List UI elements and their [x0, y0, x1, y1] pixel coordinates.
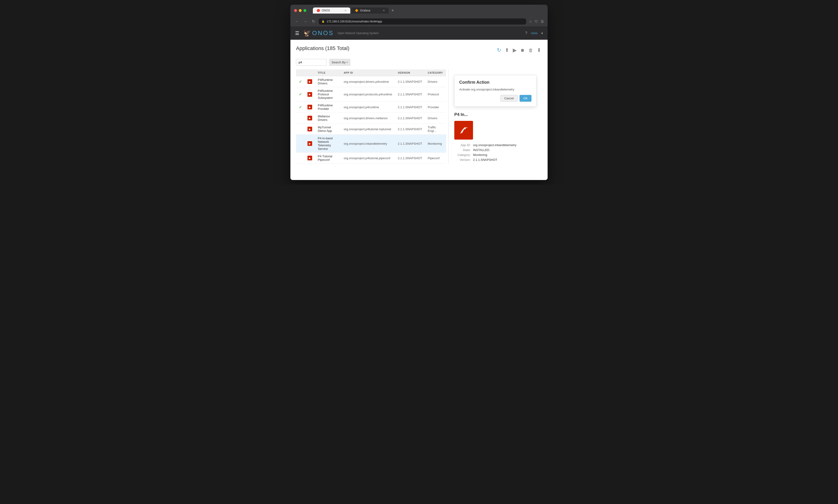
refresh-apps-button[interactable]: ↻	[496, 46, 502, 54]
app-content: ☰ 🦅 ONOS Open Network Operating System ?…	[290, 26, 548, 180]
table-row[interactable]: ▶ MyTunnel Demo App org.onosproject.p4tu…	[296, 124, 446, 134]
back-button[interactable]: ←	[294, 18, 300, 24]
search-input[interactable]	[296, 59, 326, 66]
row-active-1: ✓	[296, 87, 305, 102]
user-menu[interactable]: onos	[531, 31, 537, 35]
detail-app-title: P4 In...	[454, 112, 536, 117]
confirm-buttons: Cancel OK	[459, 95, 532, 102]
onos-bird-icon: 🦅	[303, 29, 311, 37]
minimize-button[interactable]	[299, 9, 302, 12]
ok-button[interactable]: OK	[519, 95, 532, 102]
onos-logo-text: ONOS	[312, 30, 334, 37]
row-active-0: ✓	[296, 76, 305, 87]
app-icon-5: ▶	[307, 141, 312, 146]
row-title-2: P4Runtime Provider	[315, 102, 341, 113]
row-title-3: Mellanox Drivers	[315, 113, 341, 124]
row-category-6: Pipeconf	[425, 152, 446, 164]
search-by-button[interactable]: Search By ▾	[329, 59, 350, 66]
table-row[interactable]: ✓ ▶ P4Runtime Drivers org.onosproject.dr…	[296, 76, 446, 87]
help-icon[interactable]: ?	[525, 31, 527, 35]
search-by-label: Search By	[332, 60, 345, 64]
row-category-0: Drivers	[425, 76, 446, 87]
grafana-tab-label: Grafana	[360, 9, 370, 12]
row-appid-3: org.onosproject.drivers.mellanox	[341, 113, 395, 124]
col-category: CATEGORY	[425, 69, 446, 76]
table-row[interactable]: ▶ P4 Tutorial Pipeconf org.onosproject.p…	[296, 152, 446, 164]
svg-point-1	[464, 127, 466, 129]
detail-panel: Confirm Action Activate org.onosproject.…	[448, 69, 542, 164]
col-title: TITLE	[315, 69, 341, 76]
new-tab-button[interactable]: +	[390, 8, 396, 13]
row-title-0: P4Runtime Drivers	[315, 76, 341, 87]
row-category-3: Drivers	[425, 113, 446, 124]
deactivate-button[interactable]: ⏹	[519, 47, 525, 54]
onos-tab-close[interactable]: ✕	[344, 9, 346, 12]
cancel-button[interactable]: Cancel	[500, 95, 518, 102]
row-appid-2: org.onosproject.p4runtime	[341, 102, 395, 113]
upload-button[interactable]: ⬆	[504, 46, 510, 54]
row-appid-1: org.onosproject.protocols.p4runtime	[341, 87, 395, 102]
forward-button[interactable]: →	[303, 18, 308, 24]
onos-logo: 🦅 ONOS Open Network Operating System	[303, 29, 379, 37]
app-id-value: org.onosproject.inbandtelemetry	[473, 143, 517, 147]
refresh-button[interactable]: ↻	[311, 18, 316, 24]
main-content: Applications (185 Total) ↻ ⬆ ▶ ⏹ 🗑 ⬇ Sea…	[290, 40, 548, 180]
grafana-favicon: 🔶	[355, 9, 358, 12]
row-appid-0: org.onosproject.drivers.p4runtime	[341, 76, 395, 87]
row-version-1: 2.1.1.SNAPSHOT	[395, 87, 425, 102]
onos-right: ? onos ▾	[525, 31, 543, 35]
origin-label: Origin:	[454, 163, 473, 164]
row-category-4: Traffic Engi...	[425, 124, 446, 134]
row-title-4: MyTunnel Demo App	[315, 124, 341, 134]
app-icon-1: ▶	[307, 92, 312, 97]
row-active-4	[296, 124, 305, 134]
row-active-5	[296, 134, 305, 152]
row-title-1: P4Runtime Protocol Subsystem	[315, 87, 341, 102]
row-title-5: P4 In-band Network Telemetry Service	[315, 134, 341, 152]
app-id-label: App ID:	[454, 143, 473, 147]
onos-header: ☰ 🦅 ONOS Open Network Operating System ?…	[290, 26, 548, 40]
table-row[interactable]: ▶ P4 In-band Network Telemetry Service o…	[296, 134, 446, 152]
version-label: Version:	[454, 158, 473, 162]
menu-icon[interactable]: ☰	[541, 20, 544, 23]
toolbar-right: ↻ ⬆ ▶ ⏹ 🗑 ⬇	[496, 46, 542, 54]
page-title: Applications (185 Total)	[296, 46, 349, 51]
table-row[interactable]: ✓ ▶ P4Runtime Provider org.onosproject.p…	[296, 102, 446, 113]
detail-state-row: State: INSTALLED	[454, 148, 536, 152]
table-row[interactable]: ✓ ▶ P4Runtime Protocol Subsystem org.ono…	[296, 87, 446, 102]
download-button[interactable]: ⬇	[536, 46, 542, 54]
row-icon-6: ▶	[305, 152, 315, 164]
category-value: Monitoring	[473, 153, 487, 157]
row-active-6	[296, 152, 305, 164]
row-version-0: 2.1.1.SNAPSHOT	[395, 76, 425, 87]
state-label: State:	[454, 148, 473, 152]
row-icon-1: ▶	[305, 87, 315, 102]
maximize-button[interactable]	[303, 9, 306, 12]
row-version-2: 2.1.1.SNAPSHOT	[395, 102, 425, 113]
app-icon-3: ▶	[307, 116, 312, 120]
row-category-5: Monitoring	[425, 134, 446, 152]
address-bar[interactable]: 🔒 172.168.0.100:8181/onos/ui/index.html#…	[319, 18, 526, 24]
hamburger-menu[interactable]: ☰	[295, 30, 299, 36]
table-row[interactable]: ▶ Mellanox Drivers org.onosproject.drive…	[296, 113, 446, 124]
tab-grafana[interactable]: 🔶 Grafana ✕	[351, 7, 389, 14]
active-check-icon: ✓	[299, 92, 302, 96]
category-label: Category:	[454, 153, 473, 157]
grafana-tab-close[interactable]: ✕	[383, 9, 385, 12]
close-button[interactable]	[294, 9, 297, 12]
onos-subtitle: Open Network Operating System	[338, 32, 379, 35]
activate-button[interactable]: ▶	[512, 46, 518, 54]
table-detail-container: TITLE APP ID VERSION CATEGORY ✓ ▶	[296, 69, 542, 164]
tab-onos[interactable]: 🔴 ONOS ✕	[313, 7, 350, 14]
app-detail: P4 In... App ID: org.ono	[454, 112, 536, 164]
row-appid-5: org.onosproject.inbandtelemetry	[341, 134, 395, 152]
row-icon-0: ▶	[305, 76, 315, 87]
col-icon	[305, 69, 315, 76]
app-icon-0: ▶	[307, 79, 312, 84]
version-value: 2.1.1.SNAPSHOT	[473, 158, 497, 162]
shield-icon[interactable]: 🛡	[535, 20, 538, 23]
star-icon[interactable]: ☆	[529, 20, 532, 23]
nav-icons: ☆ 🛡 ☰	[529, 20, 544, 23]
delete-button[interactable]: 🗑	[528, 47, 534, 54]
user-caret-icon: ▾	[541, 31, 543, 35]
